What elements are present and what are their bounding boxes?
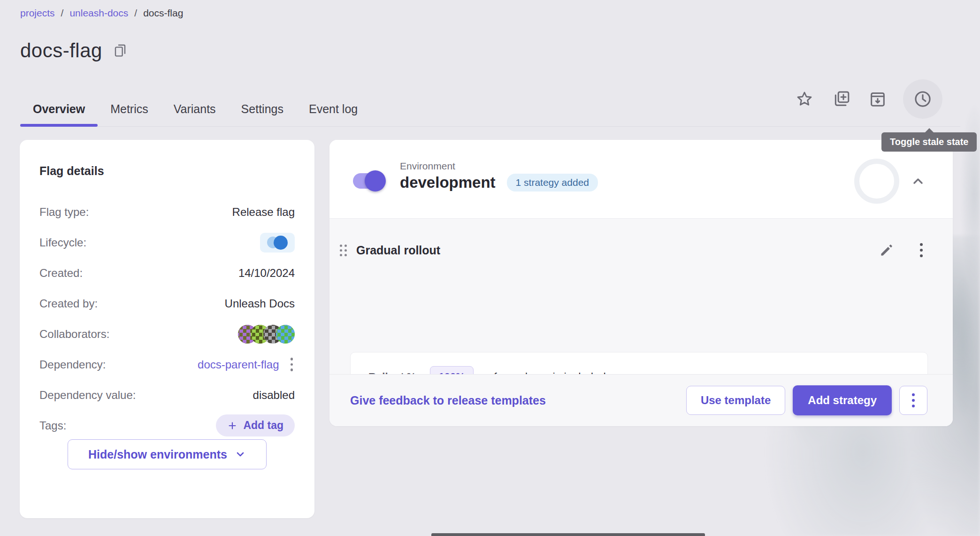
copy-icon <box>113 43 128 58</box>
row-flag-type: Flag type: Release flag <box>39 197 295 227</box>
breadcrumb-link-projects[interactable]: projects <box>20 8 55 19</box>
hide-show-environments-label: Hide/show environments <box>88 448 227 461</box>
dependency-value-label: Dependency value: <box>39 389 136 402</box>
created-by-label: Created by: <box>39 297 98 310</box>
environment-metrics-ring <box>854 159 899 204</box>
breadcrumb-current: docs-flag <box>143 8 183 19</box>
created-value: 14/10/2024 <box>238 267 295 280</box>
tags-label: Tags: <box>39 419 66 432</box>
row-dependency-value: Dependency value: disabled <box>39 380 295 410</box>
background-right-texture <box>952 0 980 432</box>
tab-event-log-label: Event log <box>309 102 358 116</box>
row-collaborators: Collaborators: <box>39 319 295 349</box>
row-lifecycle: Lifecycle: <box>39 227 295 258</box>
environment-label: Environment <box>400 161 598 172</box>
collaborators-label: Collaborators: <box>39 328 109 341</box>
favorite-flag-button[interactable] <box>793 88 816 110</box>
breadcrumb-separator: / <box>134 8 137 19</box>
strategy-count-badge: 1 strategy added <box>507 174 598 191</box>
tab-settings-label: Settings <box>241 102 283 116</box>
edit-strategy-button[interactable] <box>879 242 895 258</box>
row-dependency: Dependency: docs-parent-flag <box>39 349 295 380</box>
flag-type-label: Flag type: <box>39 206 89 219</box>
breadcrumb: projects / unleash-docs / docs-flag <box>20 8 183 19</box>
pencil-icon <box>879 242 895 258</box>
created-by-value: Unleash Docs <box>225 297 295 310</box>
tab-variants-label: Variants <box>174 102 216 116</box>
star-icon <box>795 90 814 108</box>
environment-more-actions-button[interactable] <box>899 386 927 415</box>
copy-add-icon <box>832 90 850 108</box>
strategy-name: Gradual rollout <box>356 244 440 257</box>
strategy-drag-handle[interactable] <box>337 242 350 259</box>
row-tags: Tags: Add tag <box>39 410 295 441</box>
flag-overview-page: projects / unleash-docs / docs-flag docs… <box>0 0 980 536</box>
dependency-label: Dependency: <box>39 358 106 371</box>
breadcrumb-separator: / <box>61 8 64 19</box>
created-label: Created: <box>39 267 83 280</box>
add-tag-label: Add tag <box>243 419 283 432</box>
tooltip-toggle-stale-state: Toggle stale state <box>881 132 977 152</box>
archive-flag-button[interactable] <box>866 88 889 110</box>
release-templates-feedback-link[interactable]: Give feedback to release templates <box>350 394 546 407</box>
environment-name: development <box>400 174 496 191</box>
toggle-stale-state-button[interactable] <box>903 79 942 119</box>
toggle-knob <box>365 170 386 191</box>
environment-toggle[interactable] <box>353 173 382 189</box>
lifecycle-dot-dark <box>274 236 288 250</box>
flag-action-icons <box>793 79 942 119</box>
breadcrumb-link-project[interactable]: unleash-docs <box>69 8 128 19</box>
copy-flag-name-button[interactable] <box>112 42 129 59</box>
avatar <box>276 325 295 344</box>
flag-type-value: Release flag <box>232 206 295 219</box>
chevron-up-icon <box>911 174 926 189</box>
add-tag-button[interactable]: Add tag <box>216 414 295 436</box>
collapse-environment-button[interactable] <box>906 169 930 193</box>
clone-flag-button[interactable] <box>830 88 852 110</box>
use-template-button[interactable]: Use template <box>686 386 785 415</box>
lifecycle-label: Lifecycle: <box>39 236 86 249</box>
clock-icon <box>913 89 933 109</box>
row-created-by: Created by: Unleash Docs <box>39 288 295 319</box>
row-created: Created: 14/10/2024 <box>39 258 295 288</box>
add-strategy-button[interactable]: Add strategy <box>793 385 892 415</box>
dependency-flag-link[interactable]: docs-parent-flag <box>198 358 279 371</box>
tab-metrics[interactable]: Metrics <box>98 92 161 126</box>
tab-metrics-label: Metrics <box>110 102 148 116</box>
chevron-down-icon <box>235 449 246 460</box>
archive-icon <box>868 90 887 108</box>
bottom-edge-bar <box>431 533 705 536</box>
dependency-value: disabled <box>253 389 295 402</box>
dependency-menu-button[interactable] <box>289 356 295 373</box>
tab-variants[interactable]: Variants <box>161 92 229 126</box>
collaborator-avatar-group <box>238 325 295 344</box>
page-title: docs-flag <box>20 39 102 62</box>
hide-show-environments-button[interactable]: Hide/show environments <box>68 439 267 469</box>
plus-icon <box>227 421 237 431</box>
environment-header: Environment development 1 strategy added <box>329 140 953 218</box>
environment-footer: Give feedback to release templates Use t… <box>329 374 953 426</box>
environment-card: Environment development 1 strategy added… <box>329 140 953 426</box>
tab-event-log[interactable]: Event log <box>296 92 370 126</box>
strategy-menu-button[interactable] <box>918 241 925 259</box>
tab-settings[interactable]: Settings <box>229 92 296 126</box>
flag-details-card: Flag details Flag type: Release flag Lif… <box>20 140 314 518</box>
strategy-section: Gradual rollout Rollout % 100% of your b… <box>329 218 953 374</box>
tab-overview-label: Overview <box>33 102 85 116</box>
flag-details-title: Flag details <box>39 164 295 178</box>
tab-overview[interactable]: Overview <box>20 92 98 126</box>
lifecycle-stage-badge[interactable] <box>260 233 295 253</box>
